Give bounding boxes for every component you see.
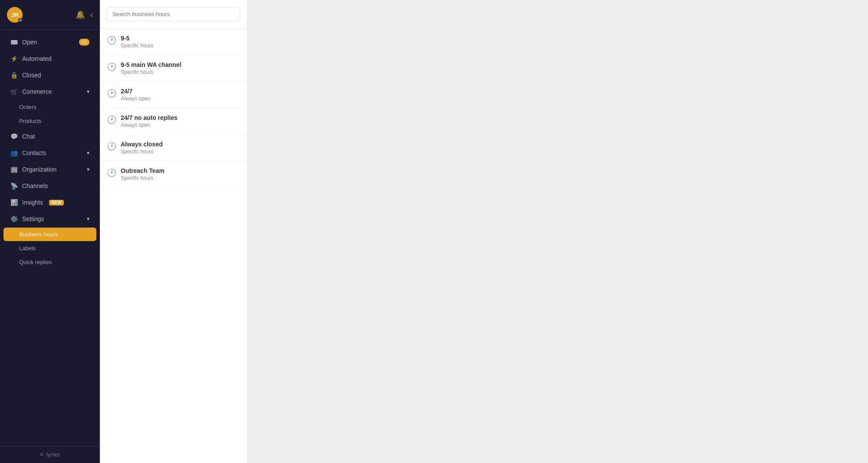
sidebar-item-label: Insights <box>22 199 43 206</box>
automated-icon: ⚡ <box>10 55 18 62</box>
sidebar-item-chat[interactable]: 💬 Chat <box>3 129 96 144</box>
chevron-down-icon: ▾ <box>87 150 89 156</box>
closed-icon: 🔒 <box>10 72 18 79</box>
sidebar-item-label: Automated <box>22 55 52 62</box>
sidebar-item-label: Closed <box>22 72 41 79</box>
list-item[interactable]: 🕐 24/7 no auto replies Always open <box>100 108 247 135</box>
open-badge: 14 <box>79 39 89 46</box>
chat-icon: 💬 <box>10 133 18 140</box>
sidebar-item-label: Chat <box>22 133 35 140</box>
sidebar-item-channels[interactable]: 📡 Channels <box>3 178 96 194</box>
bh-item-type: Specific hours <box>121 149 163 155</box>
sidebar-item-commerce[interactable]: 🛒 Commerce ▾ <box>3 84 96 99</box>
clock-icon: 🕐 <box>107 36 116 45</box>
clock-icon: 🕐 <box>107 62 116 72</box>
list-item[interactable]: 🕐 Outreach Team Specific hours <box>100 161 247 188</box>
collapse-icon[interactable]: ‹ <box>90 10 93 20</box>
list-item[interactable]: 🕐 24/7 Always open <box>100 82 247 108</box>
tyntec-logo-text: tyntec <box>46 452 60 458</box>
bh-item-name: 24/7 no auto replies <box>121 114 178 121</box>
sidebar-item-open[interactable]: ✉️ Open 14 <box>3 34 96 50</box>
avatar-initials: JR <box>11 12 19 18</box>
sidebar-item-label: Open <box>22 39 37 46</box>
chevron-down-icon: ▾ <box>87 89 89 95</box>
search-input[interactable] <box>107 7 240 21</box>
bh-item-name: 9-5 main WA channel <box>121 61 182 68</box>
sidebar-nav: ✉️ Open 14 ⚡ Automated 🔒 Closed 🛒 Commer… <box>0 30 100 446</box>
avatar[interactable]: JR <box>7 7 23 23</box>
bh-item-name: Outreach Team <box>121 167 165 174</box>
sidebar-item-label: Commerce <box>22 88 52 95</box>
sidebar-item-automated[interactable]: ⚡ Automated <box>3 51 96 66</box>
bh-item-type: Specific hours <box>121 43 153 49</box>
open-icon: ✉️ <box>10 39 18 46</box>
sidebar-item-settings[interactable]: ⚙️ Settings ▾ <box>3 211 96 227</box>
insights-icon: 📊 <box>10 199 18 206</box>
sidebar-header: JR 🔔 ‹ <box>0 0 100 30</box>
sidebar-item-label: Quick replies <box>19 259 52 265</box>
sidebar-item-quick-replies[interactable]: Quick replies <box>3 255 96 269</box>
sidebar-item-label: Settings <box>22 215 44 222</box>
sidebar-item-label: Orders <box>19 104 36 110</box>
sidebar-item-orders[interactable]: Orders <box>3 100 96 114</box>
clock-icon: 🕐 <box>107 115 116 125</box>
clock-icon: 🕐 <box>107 89 116 98</box>
sidebar-item-label: Products <box>19 118 41 124</box>
organization-icon: 🏢 <box>10 166 18 173</box>
bh-item-type: Always open <box>121 96 150 102</box>
clock-icon: 🕐 <box>107 168 116 178</box>
new-badge: NEW <box>49 200 63 205</box>
sidebar: JR 🔔 ‹ ✉️ Open 14 ⚡ Automated 🔒 Closed 🛒… <box>0 0 100 463</box>
clock-icon: 🕐 <box>107 142 116 151</box>
settings-icon: ⚙️ <box>10 215 18 222</box>
sidebar-header-icons: 🔔 ‹ <box>76 10 93 20</box>
sidebar-item-label: Contacts <box>22 149 46 156</box>
bh-item-type: Specific hours <box>121 175 165 181</box>
tyntec-logo-icon: ✕ <box>40 452 44 458</box>
content-wrapper: 🕐 9-5 Specific hours 🕐 9-5 main WA chann… <box>100 0 248 463</box>
sidebar-item-label: Organization <box>22 166 56 173</box>
business-hours-list-panel: 🕐 9-5 Specific hours 🕐 9-5 main WA chann… <box>100 0 248 463</box>
list-item[interactable]: 🕐 9-5 main WA channel Specific hours <box>100 55 247 82</box>
sidebar-item-insights[interactable]: 📊 Insights NEW <box>3 195 96 210</box>
sidebar-item-label: Labels <box>19 245 36 251</box>
bh-item-name: 24/7 <box>121 88 150 95</box>
commerce-icon: 🛒 <box>10 88 18 95</box>
sidebar-item-contacts[interactable]: 👥 Contacts ▾ <box>3 145 96 161</box>
bh-item-name: 9-5 <box>121 35 153 42</box>
list-item[interactable]: 🕐 9-5 Specific hours <box>100 29 247 55</box>
chevron-down-icon: ▾ <box>87 216 89 222</box>
list-item[interactable]: 🕐 Always closed Specific hours <box>100 135 247 161</box>
list-panel-header <box>100 0 247 29</box>
bh-item-type: Specific hours <box>121 69 182 75</box>
channels-icon: 📡 <box>10 182 18 189</box>
sidebar-footer: ✕ tyntec <box>0 446 100 463</box>
avatar-status-dot <box>18 18 23 23</box>
sidebar-item-label: Channels <box>22 182 48 189</box>
chevron-down-icon: ▾ <box>87 166 89 172</box>
sidebar-item-labels[interactable]: Labels <box>3 241 96 255</box>
sidebar-item-business-hours[interactable]: Business hours <box>3 228 96 241</box>
business-hours-list: 🕐 9-5 Specific hours 🕐 9-5 main WA chann… <box>100 29 247 463</box>
contacts-icon: 👥 <box>10 149 18 156</box>
sidebar-item-closed[interactable]: 🔒 Closed <box>3 67 96 83</box>
sidebar-item-organization[interactable]: 🏢 Organization ▾ <box>3 162 96 177</box>
notification-icon[interactable]: 🔔 <box>76 10 85 20</box>
bh-item-name: Always closed <box>121 141 163 148</box>
sidebar-item-products[interactable]: Products <box>3 114 96 128</box>
bh-item-type: Always open <box>121 122 178 128</box>
sidebar-item-label: Business hours <box>19 231 58 238</box>
